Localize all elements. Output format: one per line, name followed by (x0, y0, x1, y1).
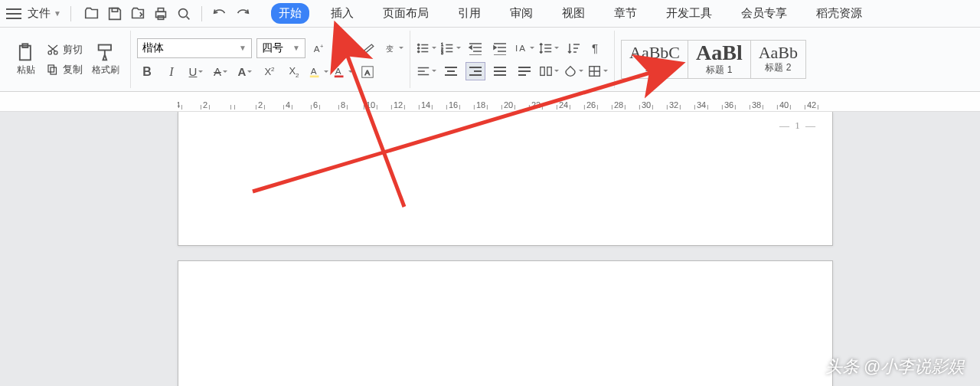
svg-text:A: A (314, 44, 320, 54)
text-direction-icon[interactable]: IA (514, 39, 534, 57)
undo-icon[interactable] (211, 5, 228, 22)
svg-text:A: A (364, 67, 370, 76)
page-number: — 1 — (779, 119, 817, 132)
svg-rect-2 (158, 8, 163, 11)
tab-insert[interactable]: 插入 (323, 3, 361, 24)
svg-text:A: A (335, 65, 341, 75)
svg-rect-9 (48, 65, 54, 72)
font-color-icon[interactable]: A (333, 63, 353, 81)
style-heading1[interactable]: AaBl 标题 1 (688, 40, 751, 79)
svg-text:+: + (320, 43, 324, 50)
svg-text:3: 3 (441, 51, 443, 55)
font-size-select[interactable]: 四号▼ (256, 38, 305, 58)
svg-point-24 (417, 47, 420, 49)
svg-rect-20 (335, 75, 344, 77)
char-border-icon[interactable]: A (358, 63, 377, 81)
align-justify-icon[interactable] (490, 62, 510, 80)
shading-icon[interactable] (564, 62, 583, 80)
tab-review[interactable]: 审阅 (502, 3, 541, 24)
tab-layout[interactable]: 页面布局 (375, 3, 436, 24)
underline-button[interactable]: U (186, 63, 206, 81)
cut-button[interactable]: 剪切 (46, 43, 83, 57)
svg-rect-18 (310, 75, 319, 77)
styles-gallery[interactable]: AaBbC 正文 AaBl 标题 1 AaBb 标题 2 (621, 40, 806, 79)
svg-rect-11 (99, 45, 111, 51)
svg-text:I: I (515, 42, 518, 52)
tab-sections[interactable]: 章节 (606, 3, 645, 24)
tab-references[interactable]: 引用 (450, 3, 488, 24)
svg-rect-33 (547, 67, 551, 75)
show-marks-icon[interactable]: ¶ (588, 39, 608, 57)
document-page-1[interactable]: — 1 — (178, 112, 833, 246)
ribbon-tabs: 开始 插入 页面布局 引用 审阅 视图 章节 开发工具 会员专享 稻壳资源 (271, 3, 870, 24)
align-right-icon[interactable] (466, 62, 485, 80)
line-spacing-icon[interactable] (539, 39, 559, 57)
svg-text:变: 变 (386, 44, 394, 52)
style-normal[interactable]: AaBbC 正文 (621, 40, 688, 79)
tab-developer[interactable]: 开发工具 (658, 3, 720, 24)
bold-button[interactable]: B (137, 63, 157, 81)
preview-icon[interactable] (175, 5, 192, 22)
shrink-font-icon[interactable]: A- (335, 39, 354, 57)
svg-point-23 (417, 44, 420, 46)
font-family-select[interactable]: 楷体▼ (137, 38, 252, 58)
format-painter-button[interactable]: 格式刷 (87, 42, 124, 77)
svg-point-25 (417, 51, 420, 53)
subscript-icon[interactable]: X2 (284, 63, 304, 81)
svg-rect-32 (541, 67, 544, 75)
sort-icon[interactable] (564, 39, 583, 57)
borders-icon[interactable] (588, 62, 608, 80)
numbering-icon[interactable]: 123 (441, 39, 461, 57)
grow-font-icon[interactable]: A+ (310, 39, 330, 57)
distribute-icon[interactable] (514, 62, 534, 80)
svg-rect-10 (51, 67, 57, 74)
svg-text:A: A (338, 44, 345, 54)
open-icon[interactable] (83, 5, 100, 22)
align-center-icon[interactable] (441, 62, 461, 80)
redo-icon[interactable] (234, 5, 251, 22)
tab-resources[interactable]: 稻壳资源 (808, 3, 870, 24)
clear-format-icon[interactable] (359, 39, 379, 57)
highlight-icon[interactable]: A (309, 63, 328, 81)
file-menu[interactable]: 文件▼ (23, 3, 66, 24)
svg-point-4 (178, 8, 187, 17)
tab-start[interactable]: 开始 (271, 3, 309, 24)
svg-text:-: - (345, 43, 347, 50)
style-heading2[interactable]: AaBb 标题 2 (750, 40, 806, 79)
svg-rect-0 (112, 8, 117, 11)
text-effect-icon[interactable]: A (235, 63, 255, 81)
svg-text:¶: ¶ (592, 41, 598, 54)
phonetic-icon[interactable]: 变 (384, 39, 403, 57)
print-icon[interactable] (152, 5, 169, 22)
svg-text:A: A (519, 42, 525, 52)
save-icon[interactable] (106, 5, 123, 22)
align-left-icon[interactable] (416, 62, 436, 80)
bullets-icon[interactable] (416, 39, 436, 57)
paste-button[interactable]: 粘贴 (11, 42, 41, 77)
columns-icon[interactable] (539, 62, 559, 80)
indent-inc-icon[interactable] (490, 39, 510, 57)
export-icon[interactable] (129, 5, 146, 22)
indent-dec-icon[interactable] (466, 39, 485, 57)
ruler[interactable]: 4224681012141618202224262830323436384042 (0, 92, 980, 112)
hamburger-menu[interactable] (6, 8, 21, 19)
italic-button[interactable]: I (162, 63, 181, 81)
superscript-icon[interactable]: X2 (260, 63, 279, 81)
strike-button[interactable]: A (211, 63, 230, 81)
copy-button[interactable]: 复制 (46, 63, 83, 77)
tab-view[interactable]: 视图 (554, 3, 593, 24)
document-page-2[interactable] (178, 260, 833, 386)
svg-text:A: A (311, 65, 317, 75)
watermark: 头条 @小李说影娱 (825, 355, 965, 378)
tab-member[interactable]: 会员专享 (733, 3, 795, 24)
